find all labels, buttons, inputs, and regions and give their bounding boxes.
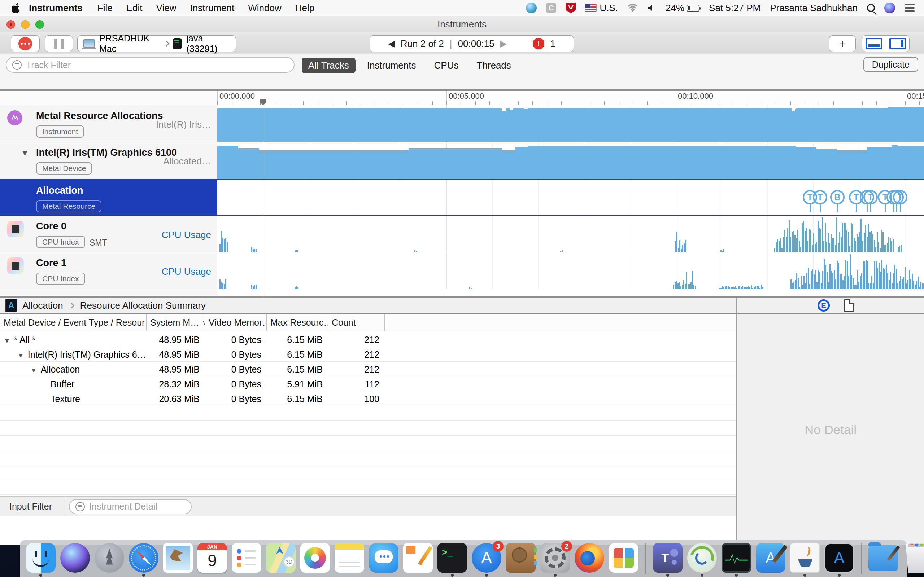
dock-item-sysprefs[interactable]: 2 (540, 543, 570, 573)
row-disclosure-icon[interactable]: ▼ (3, 337, 10, 344)
track-header[interactable]: Core 0CPU IndexSMTCPU Usage (0, 216, 217, 252)
table-row--all-[interactable]: ▼* All *48.95 MiB0 Bytes6.15 MiB212 (0, 332, 736, 347)
breadcrumb-allocation[interactable]: Allocation (23, 300, 63, 311)
document-icon[interactable] (844, 299, 855, 312)
dock-item-teams[interactable]: T (653, 543, 683, 573)
notification-center-icon[interactable] (905, 4, 914, 12)
issue-badge-icon[interactable]: ! (533, 38, 544, 49)
menu-edit[interactable]: Edit (120, 3, 149, 14)
issue-count[interactable]: 1 (550, 38, 555, 49)
table-row-allocation[interactable]: ▼Allocation48.95 MiB0 Bytes6.15 MiB212 (0, 362, 736, 377)
duplicate-button[interactable]: Duplicate (863, 57, 918, 72)
track-lane[interactable] (217, 105, 924, 142)
wifi-icon[interactable] (627, 3, 638, 12)
segment-threads[interactable]: Threads (470, 58, 517, 73)
segment-cpus[interactable]: CPUs (428, 58, 465, 73)
disclosure-triangle-icon[interactable]: ▼ (21, 148, 29, 158)
playhead-line[interactable] (263, 105, 263, 297)
menu-window[interactable]: Window (241, 3, 288, 14)
column-header-5[interactable]: Count (328, 314, 384, 331)
toggle-bottom-pane-button[interactable] (862, 36, 886, 52)
track-header[interactable]: AllocationMetal Resource (0, 180, 217, 214)
dock-item-mail[interactable] (163, 543, 193, 573)
run-navigator[interactable]: ◀ Run 2 of 2 | 00:00:15 ▶ ! 1 (370, 35, 574, 52)
close-button[interactable] (6, 20, 15, 29)
dock-item-appstore[interactable]: A3 (472, 543, 501, 573)
menu-view[interactable]: View (149, 3, 183, 14)
table-row-texture[interactable]: Texture20.63 MiB0 Bytes6.15 MiB100 (0, 391, 736, 406)
mcafee-shield-icon[interactable] (565, 3, 576, 13)
breadcrumb-summary[interactable]: Resource Allocation Summary (80, 300, 206, 311)
menu-file[interactable]: File (90, 3, 120, 14)
track-lane[interactable] (217, 253, 924, 289)
dock-item-gridapp[interactable] (609, 543, 638, 573)
segment-all-tracks[interactable]: All Tracks (302, 58, 355, 73)
dock-item-photos[interactable] (300, 543, 330, 573)
dock-item-calendar[interactable]: JAN9 (197, 543, 227, 573)
playhead-handle[interactable] (260, 99, 266, 105)
pause-button[interactable] (45, 35, 73, 52)
dock-item-pages[interactable] (403, 543, 433, 573)
add-instrument-button[interactable]: + (829, 35, 856, 52)
track-header[interactable]: Metal Resource AllocationsInstrumentInte… (0, 105, 217, 142)
dock-item-trash[interactable] (903, 543, 924, 573)
c-app-icon[interactable]: C (546, 3, 556, 13)
track-lane[interactable] (217, 142, 924, 179)
dock-item-messages[interactable] (369, 543, 399, 573)
row-disclosure-icon[interactable]: ▼ (30, 366, 37, 374)
track-row-intel-r-iris-tm-graphics-6100[interactable]: ▼Intel(R) Iris(TM) Graphics 6100Metal De… (0, 142, 924, 179)
dock-item-java[interactable] (790, 543, 820, 573)
apple-logo-icon[interactable] (11, 3, 21, 13)
track-filter-input[interactable] (26, 60, 288, 70)
extended-detail-icon[interactable]: E (817, 299, 830, 311)
table-row-intel-r-iris-tm-graphics-6-[interactable]: ▼Intel(R) Iris(TM) Graphics 6…48.95 MiB0… (0, 347, 736, 362)
row-disclosure-icon[interactable]: ▼ (17, 351, 24, 359)
vpn-globe-icon[interactable] (526, 3, 537, 13)
dock-item-siri[interactable] (60, 543, 90, 573)
dock-item-anyconnect[interactable] (687, 543, 717, 573)
dock-item-xcodefolder[interactable] (868, 543, 898, 571)
spotlight-icon[interactable] (867, 4, 875, 12)
battery-menu[interactable]: 24% (666, 3, 699, 14)
user-menu[interactable]: Prasanta Sadhukhan (770, 3, 858, 14)
target-selector[interactable]: PRSADHUK-Mac java (33291) (77, 35, 236, 52)
input-source-menu[interactable]: U.S. (585, 3, 618, 14)
dock-item-activity[interactable] (722, 543, 751, 573)
dock-item-instruments[interactable]: A (824, 543, 854, 573)
track-row-core-1[interactable]: Core 1CPU IndexCPU Usage (0, 253, 924, 289)
column-header-2[interactable]: System M…v (146, 314, 205, 331)
dock-item-xcode[interactable]: A (756, 543, 785, 573)
volume-icon[interactable] (648, 3, 656, 12)
instrument-detail-input[interactable] (89, 501, 205, 512)
dock-item-safari[interactable] (129, 543, 158, 573)
track-row-core-0[interactable]: Core 0CPU IndexSMTCPU Usage (0, 216, 924, 253)
menu-instrument[interactable]: Instrument (183, 3, 241, 14)
column-header-1[interactable]: Metal Device / Event Type / Resour… (0, 314, 146, 331)
dock-item-launchpad[interactable] (95, 543, 124, 573)
clock-menu[interactable]: Sat 5:27 PM (709, 3, 761, 14)
dock-item-firefox[interactable] (575, 543, 604, 573)
column-header-4[interactable]: Max Resourc… (267, 314, 328, 331)
track-filter-field[interactable] (6, 57, 294, 73)
track-lane[interactable]: TTBTTTT (217, 180, 924, 214)
track-lane[interactable] (217, 216, 924, 252)
next-run-button[interactable]: ▶ (500, 39, 507, 49)
column-header-3[interactable]: Video Memor… (205, 314, 267, 331)
table-row-buffer[interactable]: Buffer28.32 MiB0 Bytes5.91 MiB112 (0, 377, 736, 391)
instrument-detail-filter-field[interactable] (69, 499, 192, 514)
dock-item-maps[interactable]: 3D (266, 543, 296, 573)
active-app-menu[interactable]: Instruments (21, 3, 90, 14)
dock-item-terminal[interactable]: >_ (438, 543, 467, 573)
track-header[interactable]: Core 1CPU IndexCPU Usage (0, 253, 217, 289)
time-ruler[interactable]: 00:00.00000:05.00000:10.00000:15.0 (0, 90, 924, 105)
track-row-allocation[interactable]: TTBTTTTAllocationMetal Resource (0, 179, 924, 216)
siri-icon[interactable] (884, 3, 895, 13)
menu-help[interactable]: Help (288, 3, 321, 14)
minimize-button[interactable] (21, 20, 30, 29)
segment-instruments[interactable]: Instruments (360, 58, 423, 73)
record-button[interactable] (11, 35, 40, 52)
dock-item-notes[interactable] (334, 543, 364, 573)
toggle-right-pane-button[interactable] (886, 36, 909, 52)
dock-item-reminders[interactable] (232, 543, 261, 573)
track-header[interactable]: ▼Intel(R) Iris(TM) Graphics 6100Metal De… (0, 142, 217, 179)
